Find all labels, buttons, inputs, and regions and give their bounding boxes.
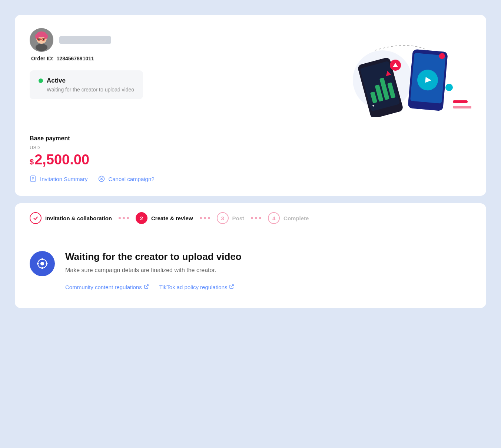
step-item-2: 2 Create & review	[136, 212, 193, 224]
steps-card: Invitation & collaboration 2 Create & re…	[15, 203, 486, 308]
svg-rect-26	[453, 100, 468, 103]
step-circle-3: 3	[217, 212, 229, 224]
step-item-4: 4 Complete	[268, 212, 309, 224]
cancel-campaign-link[interactable]: Cancel campaign?	[98, 175, 154, 183]
content-icon	[30, 251, 55, 276]
status-row: Active	[39, 77, 134, 84]
status-dot	[39, 78, 43, 83]
svg-point-10	[43, 39, 44, 40]
status-sub: Waiting for the creator to upload video	[39, 87, 134, 93]
svg-point-41	[42, 267, 43, 269]
dollar-sign: $	[30, 158, 34, 166]
svg-point-25	[445, 84, 453, 91]
currency-label: USD	[30, 145, 471, 150]
step-circle-1	[30, 212, 42, 224]
tiktok-policy-label: TikTok ad policy regulations	[159, 284, 228, 290]
cancel-label: Cancel campaign?	[108, 176, 154, 182]
profile-row	[30, 28, 331, 52]
svg-point-1	[36, 44, 47, 51]
status-label: Active	[47, 77, 66, 84]
card-top-left: Order ID: 1284567891011 Active Waiting f…	[30, 28, 331, 99]
step-dots-3	[251, 217, 261, 219]
order-card: Order ID: 1284567891011 Active Waiting f…	[15, 15, 486, 196]
community-regulations-link[interactable]: Community content regulations	[65, 284, 149, 290]
order-id-label: Order ID:	[31, 56, 54, 61]
page-wrapper: Order ID: 1284567891011 Active Waiting f…	[15, 15, 486, 308]
svg-point-5	[44, 34, 48, 39]
step-dots-2	[200, 217, 210, 219]
step-label-4: Complete	[283, 215, 309, 221]
avatar	[30, 28, 53, 52]
community-regulations-label: Community content regulations	[65, 284, 142, 290]
document-icon	[30, 175, 37, 183]
content-text: Waiting for the creator to upload video …	[65, 251, 471, 290]
external-link-icon-1	[144, 284, 149, 290]
invitation-summary-label: Invitation Summary	[40, 176, 87, 182]
svg-point-42	[37, 263, 39, 265]
content-area: Waiting for the creator to upload video …	[15, 233, 486, 308]
external-link-icon-2	[229, 284, 234, 290]
content-desc: Make sure campaign details are finalized…	[65, 267, 471, 274]
svg-rect-27	[453, 106, 471, 108]
step-dots-1	[119, 217, 129, 219]
svg-point-40	[42, 258, 43, 260]
step-label-1: Invitation & collaboration	[45, 215, 112, 221]
steps-bar: Invitation & collaboration 2 Create & re…	[15, 203, 486, 233]
reg-links: Community content regulations TikTok ad …	[65, 284, 471, 290]
step-label-3: Post	[232, 215, 245, 221]
divider	[30, 126, 471, 126]
step-circle-2: 2	[136, 212, 147, 224]
action-links: Invitation Summary Cancel campaign?	[30, 175, 471, 183]
svg-point-43	[46, 263, 48, 265]
step-label-2: Create & review	[151, 215, 193, 221]
payment-label: Base payment	[30, 135, 471, 142]
invitation-summary-link[interactable]: Invitation Summary	[30, 175, 87, 183]
username-bar	[59, 36, 111, 44]
svg-point-9	[38, 39, 40, 40]
status-box: Active Waiting for the creator to upload…	[30, 70, 143, 99]
amount-value: 2,500.00	[34, 152, 89, 168]
content-title: Waiting for the creator to upload video	[65, 251, 471, 263]
step-circle-4: 4	[268, 212, 280, 224]
order-id-value: 1284567891011	[57, 56, 94, 61]
step-item-1: Invitation & collaboration	[30, 212, 112, 224]
cancel-icon	[98, 175, 105, 183]
payment-amount: $ 2,500.00	[30, 152, 471, 168]
step-item-3: 3 Post	[217, 212, 245, 224]
svg-text:✦: ✦	[407, 117, 412, 117]
order-id-row: Order ID: 1284567891011	[30, 56, 331, 61]
tiktok-policy-link[interactable]: TikTok ad policy regulations	[159, 284, 235, 290]
svg-point-39	[40, 262, 44, 265]
card-top: Order ID: 1284567891011 Active Waiting f…	[30, 28, 471, 117]
hero-illustration: ✦	[331, 28, 471, 117]
